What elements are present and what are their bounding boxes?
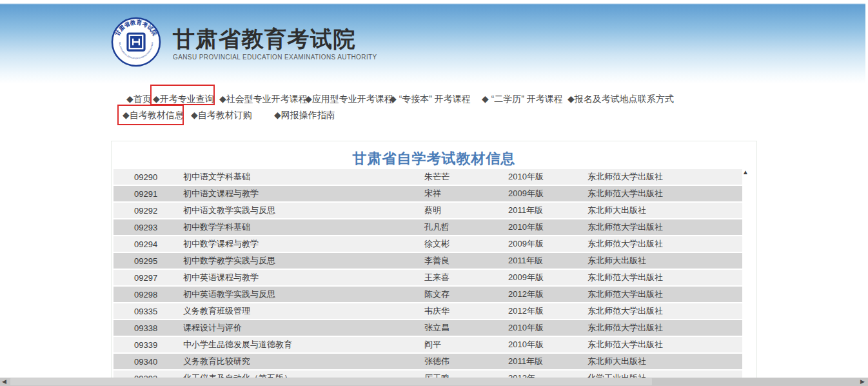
publisher-cell: 东北师大出版社	[587, 255, 742, 267]
nav-home[interactable]: ◆首页	[126, 93, 152, 105]
author-cell: 张立昌	[424, 322, 508, 334]
textbook-title-cell: 初中语文教学实践与反思	[183, 205, 424, 216]
textbook-title-cell: 初中语文课程与教学	[183, 188, 424, 199]
nav-erxueli-courses[interactable]: ◆ “二学历” 开考课程	[482, 93, 563, 105]
nav-applied-courses[interactable]: ◆应用型专业开考课程	[305, 93, 393, 105]
highlight-box-major-query	[150, 85, 215, 105]
textbook-table: 09290 初中语文学科基础 朱芒芒 2010年版 东北师范大学出版社 0929…	[113, 169, 742, 386]
edition-cell: 2012年版	[508, 289, 587, 300]
author-cell: 宋祥	[424, 188, 508, 199]
textbook-title-cell: 初中数学课程与教学	[183, 238, 424, 250]
table-row: 09295 初中数学教学实践与反思 李善良 2011年版 东北师大出版社	[113, 253, 742, 269]
seal-logo-icon: 甘肃省教育考试院 GANSU PROVINCIAL EDUCATION EXAM…	[111, 17, 161, 67]
table-row: 09335 义务教育班级管理 韦庆华 2012年版 东北师范大学出版社	[113, 303, 742, 319]
table-row: 09339 中小学生品德发展与道德教育 阎平 2010年版 东北师范大学出版社	[113, 337, 742, 352]
site-brand: 甘肃省教育考试院 GANSU PROVINCIAL EDUCATION EXAM…	[173, 26, 377, 61]
publisher-cell: 东北师范大学出版社	[587, 188, 742, 199]
author-cell: 阎平	[424, 339, 508, 350]
course-code-cell: 09294	[113, 239, 183, 249]
course-code-cell: 09290	[113, 172, 183, 182]
table-row: 09294 初中数学课程与教学 徐文彬 2009年版 东北师范大学出版社	[113, 236, 742, 252]
scroll-up-arrow-icon[interactable]: ▲	[742, 169, 749, 176]
course-code-cell: 09339	[113, 340, 183, 350]
publisher-cell: 东北师范大学出版社	[587, 289, 742, 300]
scroll-left-arrow-icon[interactable]: ◀	[2, 378, 6, 386]
author-cell: 韦庆华	[424, 305, 508, 317]
author-cell: 李善良	[424, 255, 508, 267]
edition-cell: 2009年版	[508, 188, 587, 199]
publisher-cell: 东北师范大学出版社	[587, 339, 742, 350]
page-title: 甘肃省自学考试教材信息	[112, 141, 756, 168]
author-cell: 陈文存	[424, 289, 508, 300]
nav-zhuanjieben-courses[interactable]: ◆ “专接本” 开考课程	[390, 93, 471, 105]
nav-registration-contact[interactable]: ◆报名及考试地点联系方式	[567, 93, 674, 105]
publisher-cell: 东北师范大学出版社	[587, 322, 742, 334]
course-code-cell: 09291	[113, 189, 183, 199]
content-card: 甘肃省自学考试教材信息 09290 初中语文学科基础 朱芒芒 2010年版 东北…	[111, 141, 757, 386]
site-logo: 甘肃省教育考试院 GANSU PROVINCIAL EDUCATION EXAM…	[111, 17, 161, 67]
edition-cell: 2010年版	[508, 171, 587, 183]
nav-online-guide[interactable]: ◆网报操作指南	[274, 109, 335, 121]
textbook-title-cell: 初中英语教学实践与反思	[183, 289, 424, 300]
course-code-cell: 09335	[113, 307, 183, 316]
edition-cell: 2009年版	[508, 272, 587, 283]
horizontal-scrollbar-thumb[interactable]	[10, 378, 652, 385]
nav-social-courses[interactable]: ◆社会型专业开考课程	[219, 93, 308, 105]
course-code-cell: 09298	[113, 290, 183, 300]
publisher-cell: 东北师范大学出版社	[587, 221, 742, 233]
author-cell: 蔡明	[424, 205, 508, 216]
edition-cell: 2010年版	[508, 221, 587, 233]
edition-cell: 2011年版	[508, 255, 587, 267]
nav-textbook-order[interactable]: ◆自考教材订购	[191, 109, 252, 121]
header-banner: 甘肃省教育考试院 GANSU PROVINCIAL EDUCATION EXAM…	[0, 0, 868, 84]
course-code-cell: 09292	[113, 206, 183, 216]
course-code-cell: 09340	[113, 357, 183, 367]
edition-cell: 2010年版	[508, 322, 587, 334]
table-row: 09340 义务教育比较研究 张德伟 2011年版 东北师大出版社	[113, 354, 742, 369]
edition-cell: 2009年版	[508, 238, 587, 250]
textbook-title-cell: 课程设计与评价	[183, 322, 424, 334]
author-cell: 朱芒芒	[424, 171, 508, 183]
table-row: 09297 初中英语课程与教学 王来喜 2009年版 东北师范大学出版社	[113, 270, 742, 285]
table-row: 09298 初中英语教学实践与反思 陈文存 2012年版 东北师范大学出版社	[113, 287, 742, 302]
course-code-cell: 09338	[113, 323, 183, 333]
author-cell: 徐文彬	[424, 238, 508, 250]
publisher-cell: 东北师范大学出版社	[587, 171, 742, 183]
textbook-title-cell: 初中语文学科基础	[183, 171, 424, 183]
site-title: 甘肃省教育考试院	[173, 26, 377, 52]
table-row: 09293 初中数学学科基础 孔凡哲 2010年版 东北师范大学出版社	[113, 219, 742, 235]
table-row: 09292 初中语文教学实践与反思 蔡明 2011年版 东北师大出版社	[113, 203, 742, 218]
textbook-title-cell: 义务教育比较研究	[183, 356, 424, 367]
textbook-title-cell: 初中数学教学实践与反思	[183, 255, 424, 267]
scroll-right-arrow-icon[interactable]: ▶	[860, 378, 865, 386]
edition-cell: 2011年版	[508, 205, 587, 216]
author-cell: 王来喜	[424, 272, 508, 283]
table-row: 09290 初中语文学科基础 朱芒芒 2010年版 东北师范大学出版社	[113, 169, 742, 185]
author-cell: 孔凡哲	[424, 221, 508, 233]
horizontal-scrollbar[interactable]: ◀ ▶	[0, 378, 868, 386]
site-subtitle: GANSU PROVINCIAL EDUCATION EXAMINATIONS …	[173, 54, 377, 61]
course-code-cell: 09293	[113, 223, 183, 232]
publisher-cell: 东北师大出版社	[587, 205, 742, 216]
publisher-cell: 东北师范大学出版社	[587, 272, 742, 283]
author-cell: 张德伟	[424, 356, 508, 367]
edition-cell: 2012年版	[508, 305, 587, 317]
edition-cell: 2010年版	[508, 339, 587, 350]
textbook-title-cell: 中小学生品德发展与道德教育	[183, 339, 424, 350]
table-row: 09291 初中语文课程与教学 宋祥 2009年版 东北师范大学出版社	[113, 186, 742, 201]
highlight-box-textbook-info	[117, 105, 184, 125]
publisher-cell: 东北师范大学出版社	[587, 305, 742, 317]
textbook-title-cell: 义务教育班级管理	[183, 305, 424, 317]
textbook-title-cell: 初中数学学科基础	[183, 221, 424, 233]
textbook-title-cell: 初中英语课程与教学	[183, 272, 424, 283]
publisher-cell: 东北师大出版社	[587, 356, 742, 367]
table-row: 09338 课程设计与评价 张立昌 2010年版 东北师范大学出版社	[113, 320, 742, 336]
edition-cell: 2011年版	[508, 356, 587, 367]
course-code-cell: 09295	[113, 256, 183, 266]
publisher-cell: 东北师范大学出版社	[587, 238, 742, 250]
course-code-cell: 09297	[113, 273, 183, 283]
